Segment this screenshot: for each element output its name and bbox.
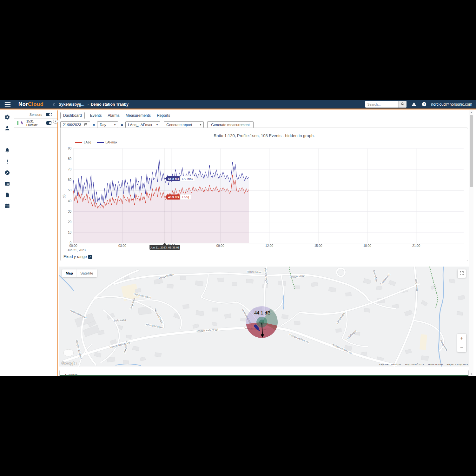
fullscreen-button[interactable] [458,269,466,278]
sensors-panel: Sensors 1531 Outside [14,110,57,128]
document-icon[interactable] [4,192,10,198]
sensors-panel-title: Sensors [30,113,42,116]
exclamation-icon[interactable] [4,159,10,164]
tab-measurements[interactable]: Measurements [125,112,151,119]
search-button[interactable] [398,101,407,108]
scrollbar-up-arrow[interactable]: ▲ [469,110,474,114]
generate-report-select[interactable]: Generate report ▾ [164,121,204,128]
page-scrollbar[interactable]: ▲ ▼ [469,110,473,376]
map-data-label: Map data ©2023 [405,363,424,366]
sensor-microphone-icon [20,121,24,125]
svg-text:Jun 21, 2023: Jun 21, 2023 [67,248,86,252]
tab-events[interactable]: Events [89,112,102,119]
svg-text:43.9 dB: 43.9 dB [168,195,179,199]
calendar-icon[interactable] [4,203,10,209]
svg-text:Jun 21, 2023, 05:36:01: Jun 21, 2023, 05:36:01 [150,246,179,249]
left-icon-sidebar [0,110,14,376]
fullscreen-icon [459,271,464,277]
chart-card: Ratio 1:120, Profile:1sec, 103 Events - … [60,128,468,261]
main-tabs: DashboardEventsAlarmsMeasurementsReports [60,112,468,119]
keyboard-shortcuts-link[interactable]: Keyboard shortcuts [379,363,401,366]
svg-text:21:00: 21:00 [412,244,420,248]
user-email[interactable]: norcloud@norsonic.com [431,102,472,107]
map-type-control: Map Satellite [62,269,97,277]
chevron-left-icon [54,118,57,124]
breadcrumb[interactable]: Sykehusbyg...>Demo station Tranby [59,102,129,107]
tab-reports[interactable]: Reports [156,112,171,119]
bell-icon[interactable] [4,148,10,153]
street-label: Joseph Kellers vei [196,328,218,333]
list-icon[interactable] [4,181,10,187]
svg-text:18:00: 18:00 [363,244,371,248]
breadcrumb-current: Demo station Tranby [91,102,129,107]
scrollbar-down-arrow[interactable]: ▼ [469,372,474,376]
search-icon [400,102,405,107]
tab-alarms[interactable]: Alarms [107,112,120,119]
date-picker[interactable]: 21/06/2023 [60,121,90,128]
events-table-header-strip [60,375,468,376]
marker-db-label: 44.1 dB [254,310,271,315]
google-logo: Google [62,361,77,366]
fixed-y-range-label: Fixed y-range [63,255,87,259]
collapse-sensors-button[interactable] [53,119,58,124]
map-attribution: Keyboard shortcuts Map data ©2023 Terms … [376,363,468,366]
sensor-list-item[interactable]: 1531 Outside [14,118,57,128]
street-label: Larsehagan [345,329,358,341]
street-label: Ringveien [414,279,419,291]
help-icon[interactable]: ? [421,102,427,107]
sensor-status-bar [17,121,18,125]
svg-text:61.3 dB: 61.3 dB [168,177,179,181]
period-value: Day [100,123,106,127]
report-map-error-link[interactable]: Report a map error [446,363,468,366]
street-label: Hennumhagan [153,308,164,325]
fixed-y-range-checkbox[interactable]: ✓ [88,255,92,259]
svg-text:40: 40 [68,199,72,203]
tab-dashboard[interactable]: Dashboard [60,112,85,119]
location-map[interactable]: HansebråtanHansebråtanHansebråtanMartins… [59,267,469,367]
svg-text:09:00: 09:00 [216,244,224,248]
previous-period-button[interactable]: « [93,122,95,127]
breadcrumb-parent[interactable]: Sykehusbyg... [59,102,84,107]
compass-icon[interactable] [4,170,10,175]
svg-text:03:00: 03:00 [118,244,126,248]
satellite-view-button[interactable]: Satellite [77,269,97,277]
breadcrumb-back-icon[interactable] [52,102,56,107]
map-view-button[interactable]: Map [62,269,76,277]
warning-icon[interactable] [411,102,417,107]
map-zoom-control: + − [457,334,466,352]
terms-of-use-link[interactable]: Terms of Use [428,363,443,366]
svg-text:LAFmax: LAFmax [182,177,193,181]
period-select[interactable]: Day ▾ [97,121,118,128]
svg-text:80: 80 [68,157,72,161]
timeseries-chart[interactable]: 0102030405060708090dB00:0003:0006:0009:0… [61,128,468,261]
orange-divider [57,110,58,376]
svg-text:10: 10 [68,231,72,234]
hamburger-menu-icon[interactable] [4,101,13,108]
generate-report-value: Generate report [166,123,192,127]
search-input[interactable] [365,101,398,108]
microphone-icon[interactable] [4,136,10,142]
svg-text:15:00: 15:00 [314,244,322,248]
calendar-small-icon [84,123,88,127]
gear-icon[interactable] [4,114,10,120]
sensors-master-toggle[interactable] [46,113,52,116]
scrollbar-thumb[interactable] [470,115,473,187]
sensor-marker[interactable]: 44.1 dB [246,306,278,338]
page-background: NorCloud Sykehusbyg...>Demo station Tran… [0,0,476,476]
svg-text:LAeq: LAeq [182,195,189,199]
user-icon[interactable] [4,125,10,131]
svg-text:60: 60 [68,178,72,182]
chevron-down-icon: ▾ [200,123,202,126]
svg-text:50: 50 [68,188,72,192]
zoom-out-button[interactable]: − [457,343,466,352]
svg-text:30: 30 [68,210,72,213]
app-logo[interactable]: NorCloud [18,101,43,108]
zoom-in-button[interactable]: + [457,334,466,343]
next-period-button[interactable]: » [121,122,123,127]
map-canvas[interactable]: HansebråtanHansebråtanHansebråtanMartins… [59,267,469,367]
svg-text:dB: dB [63,195,66,199]
svg-text:20: 20 [68,220,72,224]
breadcrumb-separator: > [87,102,89,106]
parameter-select[interactable]: LAeq_LAFmax ▾ [125,121,160,128]
sensor-toggle[interactable] [46,121,52,125]
